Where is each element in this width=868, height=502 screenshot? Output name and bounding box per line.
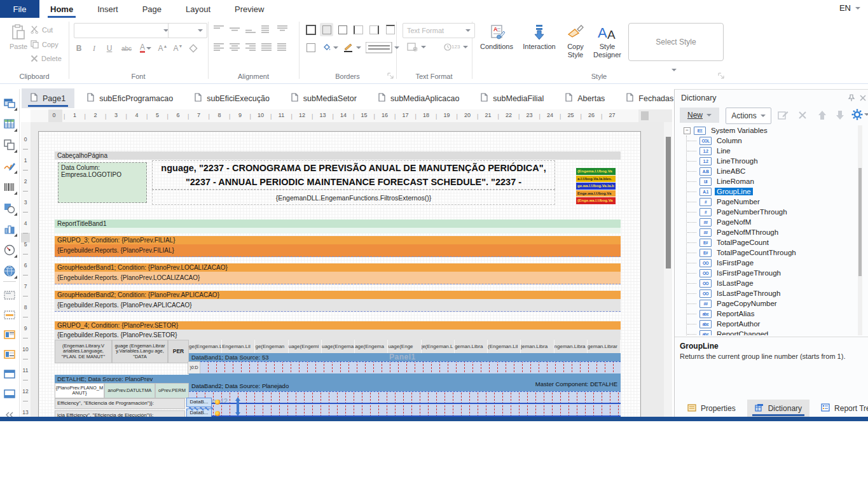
right-border-button[interactable] [368, 23, 381, 36]
gauge-icon[interactable] [2, 242, 17, 258]
shape-icon[interactable] [2, 200, 17, 216]
align-right-icon[interactable] [245, 42, 256, 55]
legend-bar[interactable]: ge.wa.l.Ubog.Va.la.b [576, 183, 616, 190]
pin-icon[interactable] [848, 94, 855, 102]
left-border-button[interactable] [352, 23, 365, 36]
copy-style-button[interactable]: Copy Style [562, 24, 589, 59]
report-page[interactable]: CabeçalhoPágina Data Column: Empresa.LOG… [38, 131, 641, 421]
tree-scrollbar-thumb[interactable] [858, 168, 862, 276]
strikethrough-button[interactable]: abc [118, 42, 135, 55]
align-left-icon[interactable] [214, 42, 224, 55]
chevron-down-icon[interactable] [864, 113, 868, 116]
zero-d-cell[interactable]: )0:D [188, 361, 200, 374]
paste-button[interactable]: Paste [5, 24, 32, 51]
grupo3-band-row[interactable]: {Engebuilder.Reports. {PlanoPrev.FILIAL} [55, 244, 621, 257]
tree-item-pagenumberthrough[interactable]: #PageNumberThrough [676, 207, 858, 217]
groupheader1-band-header[interactable]: GroupHeaderBand1; Condition: {PlanoPrev.… [55, 263, 621, 272]
month-header-cell[interactable]: Engeman.Lil [222, 340, 255, 353]
canvas-scrollbar-thumb[interactable] [666, 137, 671, 268]
align-bottom-icon[interactable] [245, 24, 256, 37]
databand2-header[interactable]: DataBand2; Data Source: Planejado Master… [189, 373, 621, 391]
page-band-icon[interactable] [2, 288, 17, 303]
page-tab-Page1[interactable]: Page1 [22, 88, 74, 108]
delete-button[interactable]: Delete [31, 55, 62, 62]
tree-item-reportauthor[interactable]: abcReportAuthor [676, 319, 858, 329]
chart-icon[interactable] [2, 221, 17, 237]
outside-borders-button[interactable] [336, 23, 349, 36]
actions-button[interactable]: Actions [726, 108, 771, 124]
language-selector[interactable]: EN [839, 3, 860, 13]
border-style-select[interactable] [366, 42, 399, 53]
file-tab[interactable]: File [0, 0, 39, 18]
data-band-icon[interactable] [2, 307, 17, 323]
page-tab-subEficiExecução[interactable]: subEficiExecução [186, 88, 279, 108]
ribbon-tab-page[interactable]: Page [140, 0, 164, 18]
table-icon[interactable] [2, 116, 17, 132]
copy-button[interactable]: Copy [31, 40, 59, 48]
map-icon[interactable] [2, 263, 17, 279]
tree-item-totalpagecount[interactable]: E#TotalPageCount [676, 237, 858, 248]
tree-item-pagenumber[interactable]: #PageNumber [676, 197, 858, 207]
month-header-cell[interactable]: geman.Librar [588, 340, 621, 353]
header-band-icon[interactable] [2, 327, 17, 342]
ribbon-tab-preview[interactable]: Preview [232, 0, 266, 18]
conditions-button[interactable]: A Conditions [478, 24, 515, 51]
no-borders-button[interactable] [320, 23, 333, 36]
new-button[interactable]: New [680, 108, 719, 123]
month-header-cell[interactable]: jeman.Libra [521, 340, 554, 353]
page-tab-subMediaFilial[interactable]: subMediaFilial [472, 88, 553, 108]
panel-bottom-icon[interactable] [2, 386, 17, 401]
legend-bar[interactable]: a.l.Ubog.Va.la.bles. [576, 176, 616, 183]
page-tab-subEficProgramacao[interactable]: subEficProgramacao [78, 88, 182, 108]
signature-icon[interactable] [2, 158, 17, 174]
page-tab-Abertas[interactable]: Abertas [556, 88, 614, 108]
design-canvas[interactable]: CabeçalhoPágina Data Column: Empresa.LOG… [31, 122, 664, 421]
top-border-button[interactable] [383, 23, 397, 36]
font-color-button[interactable]: A [137, 42, 154, 55]
chevron-down-icon[interactable] [421, 46, 426, 48]
tree-item-pagenofm[interactable]: ##PageNofM [676, 217, 858, 227]
page-tab-subMediaSetor[interactable]: subMediaSetor [282, 88, 366, 108]
justify-icon[interactable] [261, 42, 272, 55]
ribbon-tab-home[interactable]: Home [48, 0, 76, 18]
font-size-select[interactable] [168, 23, 207, 38]
horizontal-scrollbar[interactable] [638, 109, 672, 122]
month-header-cell[interactable]: (Engeman.Lil [488, 340, 521, 353]
panel-tab-dictionary[interactable]: Dictionary [747, 400, 809, 417]
groupheader1-band-row[interactable]: {Engebuilder.Reports. {PlanoPrev.LOCALIZ… [55, 272, 621, 284]
number-format-icon[interactable]: 123 [444, 43, 460, 51]
report-title-band[interactable]: ReportTitleBand1 [55, 220, 621, 228]
tree-item-linethrough[interactable]: 1.2LineThrough [676, 156, 858, 166]
borders-dialog-launcher-icon[interactable] [387, 72, 394, 80]
tree-item-islastpage[interactable]: OOIsLastPage [676, 278, 858, 288]
month-header-cell[interactable]: ge(Engeman.L [189, 340, 222, 353]
panel-top-icon[interactable] [2, 366, 17, 382]
status-legend[interactable]: {Engema.l.Ubog.Vaa.l.Ubog.Va.la.bles.ge.… [576, 168, 616, 204]
tree-item-pagenofmthrough[interactable]: ##PageNofMThrough [676, 227, 858, 237]
month-header-cell[interactable]: uage(Engema [322, 340, 355, 353]
month-header-cell[interactable]: uage(Engemi [289, 340, 322, 353]
databand-ref-cell-1[interactable]: DataB... [186, 398, 212, 407]
tree-item-line[interactable]: 1.2Line [676, 146, 858, 156]
per-header-cell[interactable]: PER [168, 340, 189, 363]
legend-bar[interactable]: {Enge.wa.l.Ubog.Va [576, 197, 616, 204]
style-dialog-launcher-icon[interactable] [717, 72, 725, 80]
groupheader2-band-row[interactable]: {Engebuilder.Reports. {PlanoPrev.APLICAC… [55, 299, 621, 312]
interaction-button[interactable]: Interaction [520, 24, 558, 51]
month-header-cell[interactable]: geman.Libra [455, 340, 488, 353]
page-tab-Fechadas[interactable]: Fechadas [617, 88, 682, 108]
perm-cell[interactable]: oPrev.PERM [155, 383, 189, 398]
line-spacing-icon[interactable] [277, 42, 287, 55]
collapse-node-icon[interactable]: − [684, 127, 691, 134]
report-title-text-component[interactable]: nguage, "2237 - CRONOGRAMA DE PREVISÃO A… [152, 160, 555, 190]
ribbon-tab-layout[interactable]: Layout [183, 0, 213, 18]
select-style-box[interactable]: Select Style [628, 23, 724, 61]
panel-tab-properties[interactable]: Properties [680, 400, 743, 417]
move-up-icon[interactable] [817, 110, 827, 120]
tree-item-groupline[interactable]: A.1GroupLine [676, 186, 858, 197]
tree-root-system-variables[interactable]: −EΞSystem Variables [676, 125, 858, 136]
month-header-cell[interactable]: age(Engema [355, 340, 388, 353]
bold-button[interactable]: B [72, 42, 85, 55]
grupo4-band-row[interactable]: {Engebuilder.Reports. {PlanoPrev.SETOR} [55, 330, 621, 340]
tree-item-isfirstpagethrough[interactable]: OOIsFirstPageThrough [676, 268, 858, 278]
